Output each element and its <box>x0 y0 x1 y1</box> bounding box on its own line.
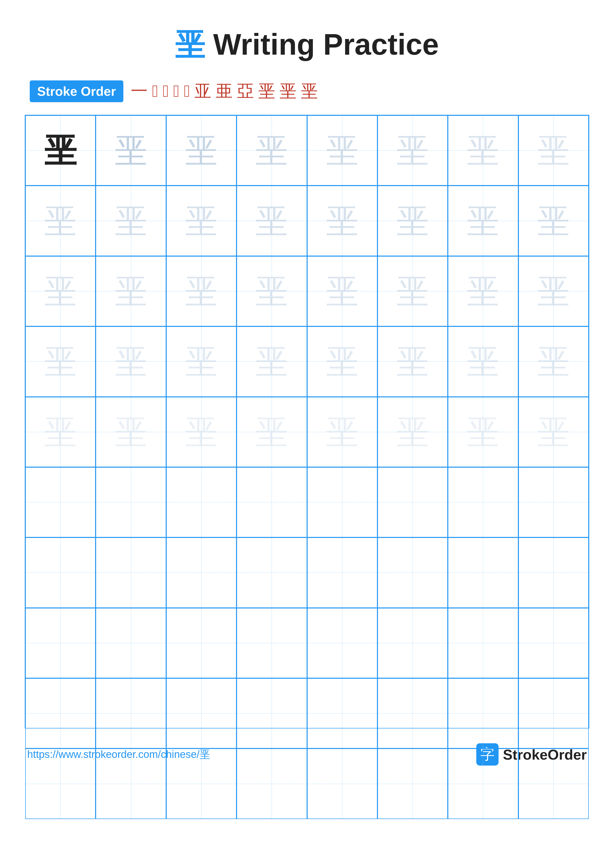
char-guide: 垩 <box>256 275 288 307</box>
char-guide: 垩 <box>44 346 76 378</box>
grid-cell-r3c5[interactable]: 垩 <box>307 256 378 326</box>
grid-cell-r10c2[interactable] <box>96 749 166 819</box>
grid-cell-r3c3[interactable]: 垩 <box>166 256 236 326</box>
grid-cell-r8c3[interactable] <box>166 608 236 678</box>
grid-cell-r5c7[interactable]: 垩 <box>448 397 518 467</box>
grid-cell-r2c7[interactable]: 垩 <box>448 186 518 256</box>
grid-cell-r2c5[interactable]: 垩 <box>307 186 378 256</box>
grid-cell-r1c1[interactable]: 垩 <box>25 115 96 186</box>
grid-cell-r6c6[interactable] <box>378 467 448 538</box>
grid-cell-r3c6[interactable]: 垩 <box>378 256 448 326</box>
char-guide: 垩 <box>44 205 76 237</box>
char-guide: 垩 <box>115 205 147 237</box>
grid-cell-r2c4[interactable]: 垩 <box>236 186 307 256</box>
grid-cell-r8c6[interactable] <box>378 608 448 678</box>
grid-cell-r7c2[interactable] <box>96 538 166 608</box>
grid-cell-r6c1[interactable] <box>25 467 96 538</box>
grid-cell-r7c1[interactable] <box>25 538 96 608</box>
grid-cell-r1c2[interactable]: 垩 <box>96 115 166 186</box>
grid-cell-r4c3[interactable]: 垩 <box>166 326 236 397</box>
grid-cell-r6c2[interactable] <box>96 467 166 538</box>
grid-cell-r4c8[interactable]: 垩 <box>518 326 589 397</box>
grid-cell-r5c1[interactable]: 垩 <box>25 397 96 467</box>
grid-cell-r7c6[interactable] <box>378 538 448 608</box>
grid-cell-r2c1[interactable]: 垩 <box>25 186 96 256</box>
grid-cell-r3c4[interactable]: 垩 <box>236 256 307 326</box>
grid-cell-r1c5[interactable]: 垩 <box>307 115 378 186</box>
grid-cell-r5c6[interactable]: 垩 <box>378 397 448 467</box>
grid-cell-r8c5[interactable] <box>307 608 378 678</box>
grid-cell-r9c5[interactable] <box>307 678 378 749</box>
grid-cell-r6c3[interactable] <box>166 467 236 538</box>
grid-cell-r1c3[interactable]: 垩 <box>166 115 236 186</box>
grid-cell-r10c6[interactable] <box>378 749 448 819</box>
grid-cell-r3c1[interactable]: 垩 <box>25 256 96 326</box>
char-guide: 垩 <box>44 275 76 307</box>
grid-cell-r1c6[interactable]: 垩 <box>378 115 448 186</box>
grid-cell-r6c7[interactable] <box>448 467 518 538</box>
grid-cell-r5c2[interactable]: 垩 <box>96 397 166 467</box>
grid-cell-r4c2[interactable]: 垩 <box>96 326 166 397</box>
grid-cell-r1c7[interactable]: 垩 <box>448 115 518 186</box>
grid-cell-r7c5[interactable] <box>307 538 378 608</box>
grid-cell-r5c5[interactable]: 垩 <box>307 397 378 467</box>
grid-cell-r6c4[interactable] <box>236 467 307 538</box>
char-guide: 垩 <box>538 205 570 237</box>
grid-cell-r4c7[interactable]: 垩 <box>448 326 518 397</box>
grid-cell-r2c6[interactable]: 垩 <box>378 186 448 256</box>
grid-cell-r1c8[interactable]: 垩 <box>518 115 589 186</box>
grid-cell-r9c7[interactable] <box>448 678 518 749</box>
grid-cell-r10c3[interactable] <box>166 749 236 819</box>
practice-grid[interactable]: 垩 垩 垩 垩 垩 垩 垩 垩 垩 垩 垩 垩 垩 垩 垩 垩 <box>25 115 589 728</box>
char-guide: 垩 <box>467 134 499 166</box>
grid-cell-r10c7[interactable] <box>448 749 518 819</box>
stroke-step-8: 亞 <box>237 80 254 102</box>
grid-cell-r8c8[interactable] <box>518 608 589 678</box>
grid-cell-r2c8[interactable]: 垩 <box>518 186 589 256</box>
char-guide: 垩 <box>326 205 358 237</box>
char-guide: 垩 <box>538 275 570 307</box>
grid-cell-r10c8[interactable] <box>518 749 589 819</box>
grid-cell-r2c3[interactable]: 垩 <box>166 186 236 256</box>
grid-cell-r4c6[interactable]: 垩 <box>378 326 448 397</box>
char-guide: 垩 <box>185 416 218 448</box>
grid-cell-r8c4[interactable] <box>236 608 307 678</box>
char-guide: 垩 <box>115 416 147 448</box>
grid-cell-r9c2[interactable] <box>96 678 166 749</box>
grid-cell-r9c3[interactable] <box>166 678 236 749</box>
grid-cell-r7c3[interactable] <box>166 538 236 608</box>
grid-cell-r6c8[interactable] <box>518 467 589 538</box>
stroke-step-9: 垩 <box>258 80 275 102</box>
char-guide: 垩 <box>115 275 147 307</box>
char-guide: 垩 <box>396 134 429 166</box>
char-guide: 垩 <box>467 205 499 237</box>
grid-cell-r1c4[interactable]: 垩 <box>236 115 307 186</box>
char-guide: 垩 <box>396 416 429 448</box>
grid-cell-r9c1[interactable] <box>25 678 96 749</box>
char-guide: 垩 <box>326 134 358 166</box>
grid-cell-r4c1[interactable]: 垩 <box>25 326 96 397</box>
grid-cell-r9c8[interactable] <box>518 678 589 749</box>
grid-cell-r3c2[interactable]: 垩 <box>96 256 166 326</box>
grid-cell-r2c2[interactable]: 垩 <box>96 186 166 256</box>
grid-cell-r5c3[interactable]: 垩 <box>166 397 236 467</box>
grid-cell-r8c2[interactable] <box>96 608 166 678</box>
grid-cell-r4c4[interactable]: 垩 <box>236 326 307 397</box>
grid-cell-r10c5[interactable] <box>307 749 378 819</box>
grid-cell-r8c1[interactable] <box>25 608 96 678</box>
grid-cell-r5c4[interactable]: 垩 <box>236 397 307 467</box>
grid-cell-r4c5[interactable]: 垩 <box>307 326 378 397</box>
grid-cell-r3c8[interactable]: 垩 <box>518 256 589 326</box>
grid-cell-r10c1[interactable] <box>25 749 96 819</box>
grid-cell-r7c4[interactable] <box>236 538 307 608</box>
grid-cell-r6c5[interactable] <box>307 467 378 538</box>
grid-cell-r7c8[interactable] <box>518 538 589 608</box>
grid-cell-r7c7[interactable] <box>448 538 518 608</box>
grid-cell-r5c8[interactable]: 垩 <box>518 397 589 467</box>
grid-cell-r8c7[interactable] <box>448 608 518 678</box>
grid-cell-r3c7[interactable]: 垩 <box>448 256 518 326</box>
grid-cell-r10c4[interactable] <box>236 749 307 819</box>
grid-cell-r9c4[interactable] <box>236 678 307 749</box>
char-guide: 垩 <box>326 275 358 307</box>
grid-cell-r9c6[interactable] <box>378 678 448 749</box>
